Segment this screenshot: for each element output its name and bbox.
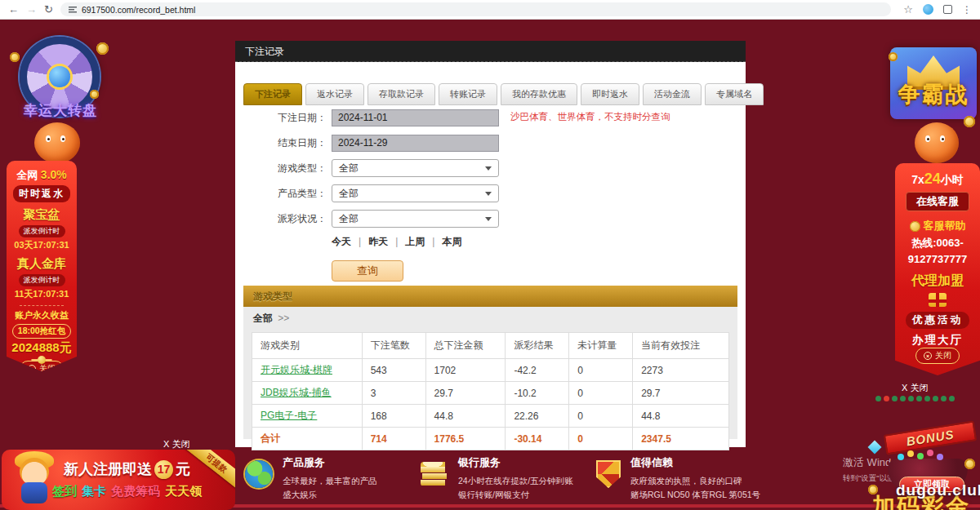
carousel-dot[interactable] [884,396,889,401]
game-link-kaiyuan[interactable]: 开元娱乐城-棋牌 [261,364,332,375]
site-info-icon[interactable] [69,6,77,13]
gem-icon [937,454,943,460]
hotline-prefix: 热线:0063- [911,236,964,251]
query-form: 下注日期： 结束日期： 游戏类型： 全部 产品类型： 全部 [268,109,499,282]
lucky-wheel-title[interactable]: 幸运大转盘 [0,101,121,120]
product-type-value: 全部 [339,187,359,201]
game-type-value: 全部 [339,162,359,175]
left-promo-banner[interactable]: 全网 3.0% 时时返水 聚宝盆 派发倒计时 03天17:07:31 真人金库 … [7,161,77,371]
headline-prefix: 新人注册即送 [64,459,152,479]
coin-icon [889,52,898,61]
col-total-bet: 总下注金额 [425,333,506,359]
carousel-dot[interactable] [933,396,938,401]
account-benefit-line: 账户永久收益 [15,309,69,322]
new-user-promo-banner[interactable]: 新人注册即送 17 元 签到 集卡 免费筹码 天天领 可提款 [2,450,235,510]
quick-link-yesterday[interactable]: 昨天 [368,235,405,249]
chevron-down-icon [485,192,492,196]
battle-event-title[interactable]: 争霸战 [884,80,980,109]
product-type-select[interactable]: 全部 [332,184,499,202]
chevron-down-icon [485,217,492,221]
cell-payout: -42.2 [506,359,569,382]
globe-extension-icon[interactable] [923,4,933,15]
carousel-dot[interactable] [949,396,955,401]
cell-bets: 543 [362,359,425,382]
back-button[interactable]: ← [8,4,19,15]
game-type-select[interactable]: 全部 [332,159,499,177]
carousel-dot[interactable] [900,396,906,401]
gem-icon [927,450,933,456]
carousel-dot[interactable] [916,396,922,401]
sub-word: 免费筹码 [111,484,160,499]
agent-join-link[interactable]: 代理加盟 [911,273,964,290]
carousel-dot[interactable] [924,396,930,401]
footer-trust: 值得信赖 政府颁发的执照，良好的口碑 赌场RGL NO50 体育RGL 第051… [596,455,825,502]
browser-toolbar: ← → ↻ 6917500.com/record_bet.html ☆ ⋮ [0,0,980,20]
game-type-section: 全部 >> 游戏类别 下注笔数 总下注金额 派彩结果 未计算量 当前有效投注 开… [243,307,737,439]
pot-countdown: 03天17:07:31 [14,239,69,251]
coin-icon [10,52,20,62]
payout-status-select[interactable]: 全部 [332,210,499,228]
tab-activity-flow[interactable]: 活动金流 [643,83,702,105]
cell-valid: 2273 [633,359,729,382]
col-game-category: 游戏类别 [252,333,363,359]
bet-record-panel: 下注记录 下注记录 返水记录 存取款记录 转账记录 我的存款优惠 即时返水 活动… [235,41,746,447]
countdown-label: 派发倒计时 [19,225,65,237]
right-banner-close-button[interactable]: 关闭 [915,348,960,364]
quick-link-last-week[interactable]: 上周 [405,235,442,249]
filter-all-link[interactable]: 全部 [253,313,273,324]
quick-link-this-week[interactable]: 本周 [442,235,461,249]
redpacket-time-line: 18:00抢红包 [12,324,71,339]
right-bottom-close-button[interactable]: X 关闭 [902,382,928,394]
online-service-button[interactable]: 在线客服 [906,192,969,211]
tab-rebate-records[interactable]: 返水记录 [305,83,364,105]
menu-dots-icon[interactable]: ⋮ [962,4,972,16]
bonus-promo-banner[interactable]: BONUS 立即领取 加码彩金 dugou.club [862,408,980,510]
game-type-label: 游戏类型： [268,162,327,175]
tab-transfer-records[interactable]: 转账记录 [439,83,497,105]
game-link-pg[interactable]: PG电子-电子 [261,410,317,421]
table-row: PG电子-电子 168 44.8 22.26 0 44.8 [252,405,729,428]
game-link-jdb[interactable]: JDB娱乐城-捕鱼 [261,387,332,398]
footer-products: 产品服务 全球最好，最丰富的产品 盛大娱乐 [245,455,421,502]
carousel-dots [875,396,955,401]
cell-uncounted: 0 [569,405,633,428]
reload-button[interactable]: ↻ [44,4,53,15]
coin-icon [96,42,109,55]
query-button[interactable]: 查询 [332,260,403,282]
bottom-left-close-button[interactable]: X 关闭 [163,438,189,450]
chevron-down-icon [485,166,492,171]
right-service-banner[interactable]: 7x24小时 在线客服 客服帮助 热线:0063- 9127737777 代理加… [895,163,980,375]
tab-deposit-promos[interactable]: 我的存款优惠 [501,83,577,105]
tab-exclusive-domain[interactable]: 专属域名 [705,83,764,105]
end-date-input[interactable] [332,135,499,152]
game-type-section-header: 游戏类型 [243,286,737,307]
promo-activity-label[interactable]: 优惠活动 [906,312,969,329]
carousel-dot[interactable] [908,396,914,401]
site-footer: 产品服务 全球最好，最丰富的产品 盛大娱乐 银行服务 24小时在线存提款/五分钟… [245,455,825,502]
tab-deposit-withdraw-records[interactable]: 存取款记录 [368,83,435,105]
carousel-dot[interactable] [875,396,881,401]
quick-link-today[interactable]: 今天 [332,235,368,249]
start-date-input[interactable] [332,109,499,126]
cell-uncounted: 0 [569,382,633,405]
bookmark-star-icon[interactable]: ☆ [903,3,913,16]
cell-payout: -30.14 [506,428,569,450]
footer-title: 值得信赖 [630,455,760,470]
countdown-label: 派发倒计时 [19,274,65,286]
extensions-icon[interactable] [943,5,952,14]
service-help-link[interactable]: 客服帮助 [910,219,966,233]
forward-button[interactable]: → [26,4,37,15]
url-bar[interactable]: 6917500.com/record_bet.html [60,2,891,16]
tab-bet-records[interactable]: 下注记录 [243,83,302,105]
cell-bets: 168 [362,405,425,428]
live-vault-title: 真人金库 [17,256,66,272]
tab-instant-rebate[interactable]: 即时返水 [581,83,639,105]
col-payout-result: 派彩结果 [506,333,569,359]
carousel-dot[interactable] [941,396,947,401]
col-uncounted: 未计算量 [569,333,633,359]
site-watermark: dugou.club [896,481,980,499]
cell-total: 1776.5 [425,428,506,450]
cell-bets: 3 [362,382,425,405]
cell-total: 1702 [425,359,506,382]
carousel-dot[interactable] [892,396,898,401]
